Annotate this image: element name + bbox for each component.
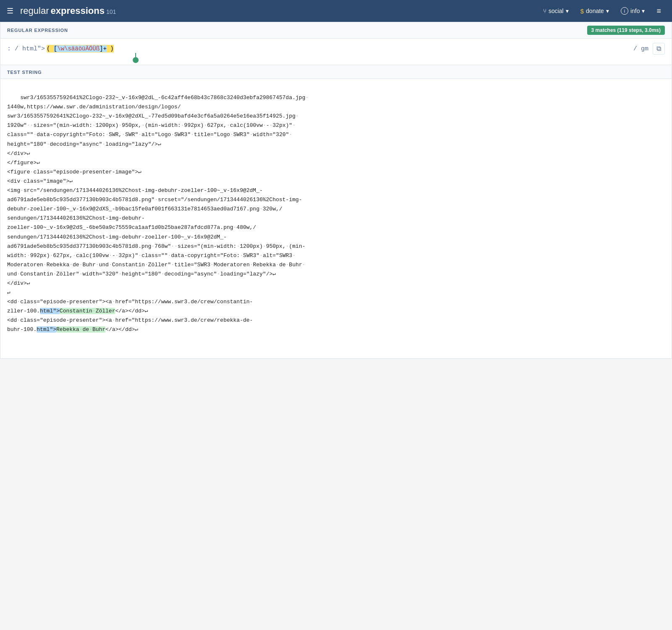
social-dropdown-icon: ▾ — [566, 8, 569, 14]
social-label: social — [549, 8, 564, 14]
matches-badge: 3 matches (119 steps, 3.0ms) — [587, 26, 665, 35]
social-nav-button[interactable]: ⑂ social ▾ — [539, 5, 573, 17]
test-line-16: sendungen/1713444026136%2Chost-img-debuh… — [7, 234, 227, 240]
test-line-14: sendungen/1713444026136%2Chost-img-debuh… — [7, 215, 145, 221]
test-line-7: </div>↵ — [7, 150, 30, 157]
test-section-label: TEST STRING — [7, 70, 42, 75]
app-logo: regular expressions 101 — [20, 5, 116, 16]
more-menu-button[interactable]: ≡ — [652, 4, 665, 18]
regex-section-label: REGULAR EXPRESSION — [7, 28, 68, 33]
match-text-1: Constantin·Zöller — [60, 308, 116, 314]
match-html-1: html"> — [40, 308, 60, 314]
test-content-area[interactable]: swr3/1653557592641%2Clogo-232~_v-16x9@2d… — [0, 79, 672, 358]
test-line-13: debuhr-zoeller-100~_v-16x9@2dXS_-b9bac15… — [7, 206, 282, 212]
test-line-26: buhr-100.html">Rebekka·de·Buhr</a></dd>↵ — [7, 326, 138, 333]
donate-label: donate — [586, 8, 604, 14]
test-line-23: <dd·class="episode-presenter"><a·href="h… — [7, 299, 253, 305]
test-line-5: class=""·data-copyright="Foto:·SWR,·SWR"… — [7, 131, 292, 138]
match-html-2: html"> — [37, 326, 56, 333]
test-line-6: height="180"·decoding="async"·loading="l… — [7, 141, 161, 147]
match-text-2: Rebekka·de·Buhr — [56, 326, 105, 333]
test-line-10: <div·class="image">↵ — [7, 178, 73, 184]
info-dropdown-icon: ▾ — [642, 8, 645, 14]
test-line-8: </figure>↵ — [7, 160, 40, 166]
donate-nav-button[interactable]: $ donate ▾ — [576, 5, 613, 17]
regex-copy-button[interactable]: ⧉ — [653, 43, 665, 55]
test-line-1: swr3/1653557592641%2Clogo-232~_v-16x9@2d… — [20, 94, 309, 101]
hamburger-menu-icon[interactable]: ☰ — [7, 6, 13, 16]
test-line-20: und·Constantin·Zöller"·width="320"·heigh… — [7, 271, 276, 277]
main-panel: REGULAR EXPRESSION 3 matches (119 steps,… — [0, 22, 672, 359]
regex-input-row: : / html"> ( [\w\sääöüÄÖÜß]+ ) / gm ⧉ — [0, 39, 672, 65]
test-line-21: </div>↵ — [7, 280, 30, 286]
test-line-24: zller-100.html">Constantin·Zöller</a></d… — [7, 308, 148, 314]
info-label: info — [630, 8, 640, 14]
info-nav-button[interactable]: i info ▾ — [617, 5, 649, 17]
info-circle-icon: i — [621, 7, 628, 15]
test-line-22: ↵ — [7, 289, 10, 296]
regex-flags: / gm — [633, 45, 648, 52]
donate-dropdown-icon: ▾ — [606, 8, 609, 14]
test-line-4: 1920w"··sizes="(min-width:·1200px)·950px… — [7, 122, 296, 129]
social-icon: ⑂ — [543, 8, 546, 14]
test-line-9: <figure·class="episode-presenter-image">… — [7, 169, 142, 175]
test-line-2: 1440w,https://www.swr.de/administration/… — [7, 104, 181, 110]
test-line-17: ad6791ade5eb8b5c935dd377130b903c4b5781d8… — [7, 243, 305, 249]
test-line-12: ad6791ade5eb8b5c935dd377130b903c4b5781d8… — [7, 197, 302, 203]
regex-inner-highlight: [\w\sääöüÄÖÜß]+ — [54, 45, 107, 52]
logo-101-text: 101 — [106, 8, 116, 15]
regex-input-field[interactable] — [114, 45, 630, 52]
test-line-18: width:·992px)·627px,·calc(100vw·-·32px)"… — [7, 252, 296, 259]
test-line-19: Moderatoren·Rebekka·de·Buhr·und·Constant… — [7, 262, 305, 268]
test-line-3: swr3/1653557592641%2Clogo-232~_v-16x9@2d… — [7, 113, 299, 119]
copy-icon: ⧉ — [656, 45, 661, 52]
header-nav: ⑂ social ▾ $ donate ▾ i info ▾ ≡ — [539, 4, 665, 18]
test-line-11: <img·src="/sendungen/1713444026136%2Chos… — [7, 187, 263, 194]
logo-regular-text: regular — [20, 5, 49, 16]
regex-outer-highlight: ( [\w\sääöüÄÖÜß]+ ) — [47, 45, 114, 52]
logo-expressions-text: expressions — [50, 5, 104, 16]
test-section-header: TEST STRING — [0, 65, 672, 79]
app-header: ☰ regular expressions 101 ⑂ social ▾ $ d… — [0, 0, 672, 22]
test-line-25: <dd·class="episode-presenter"><a·href="h… — [7, 317, 253, 323]
test-line-15: zoeller-100~_v-16x9@2dS_-6be50a9c75559ca… — [7, 224, 256, 231]
donate-icon: $ — [580, 8, 584, 15]
regex-section-header: REGULAR EXPRESSION 3 matches (119 steps,… — [0, 22, 672, 39]
more-icon: ≡ — [656, 7, 661, 16]
regex-prefix: : / html"> — [7, 45, 45, 52]
